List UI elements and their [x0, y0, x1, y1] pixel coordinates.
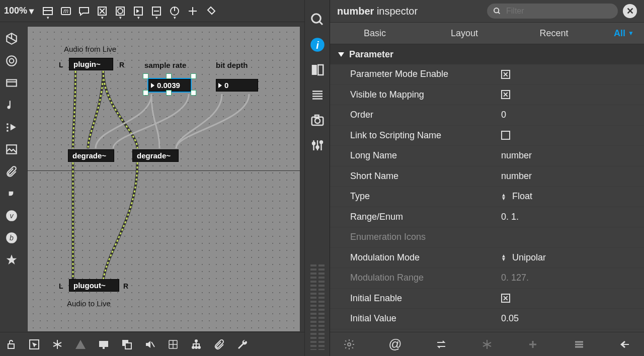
b-circle-icon[interactable]: b	[4, 230, 19, 245]
tab-basic[interactable]: Basic	[330, 23, 420, 44]
row-value[interactable]: 0. 127.	[501, 273, 644, 283]
row-value[interactable]	[501, 70, 644, 79]
inspector-search-input[interactable]	[505, 6, 612, 16]
add-icon[interactable]	[185, 3, 201, 19]
back-arrow-icon[interactable]	[618, 337, 632, 351]
inspector-row[interactable]: Long Namenumber	[330, 146, 644, 166]
inspector-row[interactable]: Parameter Mode Enable	[330, 64, 644, 85]
inspector-row[interactable]: Short Namenumber	[330, 166, 644, 187]
presentation-mode-icon[interactable]: ▾	[40, 3, 56, 19]
node-plugout[interactable]: plugout~	[69, 279, 119, 292]
node-degrade-l[interactable]: degrade~	[68, 149, 114, 162]
row-value[interactable]: 0	[501, 110, 644, 120]
checkbox[interactable]	[501, 131, 510, 140]
star-icon[interactable]	[4, 252, 19, 268]
inspector-row[interactable]: Range/Enum0. 1.	[330, 207, 644, 228]
tab-recent[interactable]: Recent	[509, 23, 599, 44]
number-obj-icon[interactable]: ▾	[130, 3, 146, 19]
warning-icon[interactable]	[73, 337, 88, 351]
v-circle-icon[interactable]: v	[4, 208, 19, 223]
inspector-search[interactable]	[487, 4, 618, 19]
node-plugin[interactable]: plugin~	[69, 58, 113, 70]
message-box-icon[interactable]: m	[58, 3, 74, 19]
chevron-down-icon: ▾	[119, 15, 122, 20]
list-icon[interactable]	[310, 87, 325, 103]
hierarchy-icon[interactable]	[189, 337, 203, 351]
slider-obj-icon[interactable]: ▾	[148, 3, 165, 19]
plug-icon[interactable]	[4, 186, 19, 201]
stepper-icon[interactable]: ▲▼	[501, 254, 506, 261]
note-icon[interactable]	[4, 98, 19, 113]
wrench-icon[interactable]	[235, 337, 250, 351]
at-icon[interactable]: @	[388, 337, 402, 351]
checkbox[interactable]	[501, 90, 510, 99]
node-degrade-r[interactable]: degrade~	[132, 149, 179, 162]
cube-icon[interactable]	[4, 31, 19, 46]
panel-icon[interactable]	[4, 75, 19, 91]
node-number-sr[interactable]: 0.0039	[148, 79, 191, 92]
checkbox[interactable]	[501, 70, 510, 79]
attachment-icon[interactable]	[4, 164, 19, 179]
row-key: Visible to Mapping	[350, 90, 501, 100]
inspector-row[interactable]: Initial Value0.05	[330, 309, 644, 329]
checkbox[interactable]	[501, 294, 510, 303]
inspector-row[interactable]: Order0	[330, 105, 644, 126]
paperclip-icon[interactable]	[212, 337, 226, 351]
swap-icon[interactable]	[434, 337, 448, 351]
patcher-canvas[interactable]: Audio from Live L R sample rate bit dept…	[27, 26, 300, 332]
bucket-icon[interactable]	[203, 3, 219, 19]
button-obj-icon[interactable]: ▾	[112, 3, 128, 19]
inspector-row[interactable]: Modulation Range0. 127.	[330, 268, 644, 289]
dial-obj-icon[interactable]: ▾	[167, 3, 183, 19]
inspector-row[interactable]: Link to Scripting Name	[330, 126, 644, 146]
inspector-row[interactable]: Type▲▼Float	[330, 187, 644, 207]
tab-all[interactable]: All ▼	[599, 23, 644, 44]
row-value[interactable]: 0. 1.	[501, 212, 644, 222]
row-value[interactable]	[501, 131, 644, 140]
inspector-section-parameter[interactable]: Parameter	[330, 44, 644, 64]
row-value[interactable]: ▲▼Unipolar	[501, 252, 644, 263]
inspector-row[interactable]: Modulation Mode▲▼Unipolar	[330, 248, 644, 269]
zoom-dropdown[interactable]: 100% ▾	[4, 6, 34, 17]
svg-point-33	[195, 340, 197, 342]
gear-icon[interactable]	[342, 337, 356, 351]
svg-point-34	[192, 346, 194, 348]
row-value[interactable]: number	[501, 150, 644, 161]
row-value[interactable]: 0.05	[501, 313, 644, 324]
layers-icon[interactable]	[120, 337, 134, 351]
row-value[interactable]: ▲▼Float	[501, 191, 644, 202]
camera-icon[interactable]	[310, 113, 325, 128]
stepper-icon[interactable]: ▲▼	[501, 193, 506, 200]
image-icon[interactable]	[4, 142, 19, 157]
inspector-row[interactable]: Visible to Mapping	[330, 85, 644, 106]
lock-icon[interactable]	[4, 337, 18, 351]
inspector-row[interactable]: Initial Enable	[330, 289, 644, 309]
info-icon[interactable]: i	[310, 37, 325, 52]
row-value[interactable]	[501, 294, 644, 303]
mute-icon[interactable]	[143, 337, 157, 351]
close-icon[interactable]: ✕	[623, 4, 637, 18]
target-icon[interactable]	[4, 53, 19, 68]
pointer-icon[interactable]	[27, 337, 41, 351]
row-value[interactable]: number	[501, 171, 644, 182]
row-value[interactable]	[501, 90, 644, 99]
toggle-icon[interactable]: ▾	[94, 3, 110, 19]
search-icon[interactable]	[310, 12, 325, 27]
play-list-icon[interactable]	[4, 120, 19, 135]
presentation-icon[interactable]	[97, 337, 111, 351]
plus-icon[interactable]	[526, 337, 540, 351]
svg-point-35	[195, 346, 197, 348]
grid-icon[interactable]	[166, 337, 180, 351]
node-number-bd[interactable]: 0	[216, 79, 258, 92]
chevron-down-icon: ▾	[137, 15, 140, 20]
freeze-icon[interactable]	[480, 337, 494, 351]
split-view-icon[interactable]	[310, 62, 325, 77]
svg-rect-54	[311, 65, 316, 75]
inspector-row[interactable]: Enumeration Icons	[330, 227, 644, 248]
snowflake-icon[interactable]	[50, 337, 64, 351]
comment-icon[interactable]	[76, 3, 92, 19]
menu-icon[interactable]	[572, 337, 586, 351]
sliders-icon[interactable]	[310, 138, 325, 153]
svg-rect-39	[7, 80, 17, 86]
tab-layout[interactable]: Layout	[420, 23, 509, 44]
